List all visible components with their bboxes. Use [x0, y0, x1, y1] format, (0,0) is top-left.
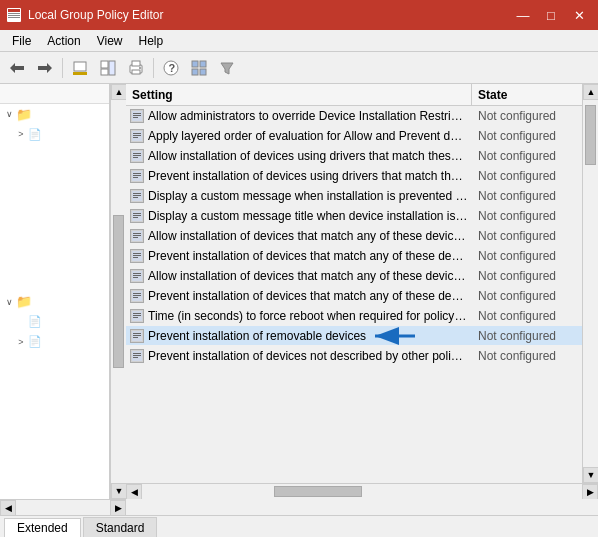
row-setting: Prevent installation of devices that mat… — [126, 289, 472, 303]
tree-scrollbar[interactable]: ▲ ▼ — [110, 84, 126, 499]
table-header: Setting State — [126, 84, 582, 106]
setting-icon — [130, 129, 144, 143]
settings-content: Setting State Allow administrators to ov… — [126, 84, 582, 483]
col-setting-header: Setting — [126, 84, 472, 105]
setting-icon — [130, 169, 144, 183]
svg-rect-3 — [8, 15, 20, 16]
svg-rect-9 — [101, 61, 108, 68]
svg-marker-6 — [38, 63, 52, 73]
setting-icon — [130, 349, 144, 363]
menu-file[interactable]: File — [4, 32, 39, 50]
title-bar: Local Group Policy Editor — □ ✕ — [0, 0, 598, 30]
row-setting: Allow installation of devices that match… — [126, 229, 472, 243]
maximize-button[interactable]: □ — [538, 4, 564, 26]
close-button[interactable]: ✕ — [566, 4, 592, 26]
view-button[interactable] — [186, 55, 212, 81]
table-row[interactable]: Allow installation of devices that match… — [126, 226, 582, 246]
h-scroll-thumb[interactable] — [274, 486, 362, 497]
settings-scroll-track[interactable] — [583, 100, 598, 467]
tree-h-right[interactable]: ▶ — [110, 500, 126, 516]
row-state: Not configured — [472, 169, 582, 183]
table-row[interactable]: Display a custom message when installati… — [126, 186, 582, 206]
folder-icon-5: 📄 — [28, 335, 42, 348]
forward-button[interactable] — [32, 55, 58, 81]
back-button[interactable] — [4, 55, 30, 81]
setting-icon — [130, 289, 144, 303]
settings-scroll-up[interactable]: ▲ — [583, 84, 598, 100]
svg-rect-24 — [133, 113, 141, 114]
table-row[interactable]: Display a custom message title when devi… — [126, 206, 582, 226]
table-row[interactable]: Allow installation of devices using driv… — [126, 146, 582, 166]
h-scroll-left[interactable]: ◀ — [126, 484, 142, 500]
tree-node-3[interactable]: ∨ 📁 — [0, 292, 109, 312]
minimize-button[interactable]: — — [510, 4, 536, 26]
table-row[interactable]: Prevent installation of devices not desc… — [126, 346, 582, 366]
row-state: Not configured — [472, 229, 582, 243]
tree-h-track[interactable] — [16, 500, 110, 515]
tree-node-2[interactable]: > 📄 — [0, 124, 109, 144]
svg-rect-74 — [133, 353, 141, 354]
svg-rect-18 — [192, 61, 198, 67]
table-row[interactable]: Allow installation of devices that match… — [126, 266, 582, 286]
svg-rect-7 — [74, 62, 86, 71]
settings-scrollbar[interactable]: ▲ ▼ — [582, 84, 598, 483]
setting-icon — [130, 109, 144, 123]
tree-scroll-down[interactable]: ▼ — [111, 483, 127, 499]
svg-rect-45 — [133, 215, 141, 216]
table-row[interactable]: Prevent installation of removable device… — [126, 326, 582, 346]
svg-rect-44 — [133, 213, 141, 214]
tree-node-4[interactable]: 📄 — [0, 312, 109, 332]
table-row[interactable]: Allow administrators to override Device … — [126, 106, 582, 126]
tab-extended[interactable]: Extended — [4, 518, 81, 537]
svg-rect-56 — [133, 273, 141, 274]
filter-button[interactable] — [214, 55, 240, 81]
table-row[interactable]: Time (in seconds) to force reboot when r… — [126, 306, 582, 326]
h-scrollbar[interactable]: ◀ ▶ — [126, 483, 598, 499]
svg-rect-28 — [133, 133, 141, 134]
svg-rect-75 — [133, 355, 141, 356]
print-button[interactable] — [123, 55, 149, 81]
svg-rect-69 — [133, 335, 141, 336]
tree-arrow-2: > — [16, 129, 26, 139]
svg-rect-34 — [133, 157, 138, 158]
row-state: Not configured — [472, 109, 582, 123]
table-row[interactable]: Prevent installation of devices that mat… — [126, 286, 582, 306]
row-state: Not configured — [472, 149, 582, 163]
settings-scroll-down[interactable]: ▼ — [583, 467, 598, 483]
tree-h-scrollbar[interactable]: ◀ ▶ — [0, 499, 126, 515]
tab-standard[interactable]: Standard — [83, 517, 158, 537]
tree-node-5[interactable]: > 📄 — [0, 332, 109, 352]
menu-action[interactable]: Action — [39, 32, 88, 50]
row-state: Not configured — [472, 129, 582, 143]
tree-node-1[interactable]: ∨ 📁 — [0, 104, 109, 124]
help-button[interactable]: ? — [158, 55, 184, 81]
up-button[interactable] — [67, 55, 93, 81]
h-scroll-track[interactable] — [142, 484, 582, 499]
row-setting-text: Allow installation of devices using driv… — [148, 149, 468, 163]
table-row[interactable]: Apply layered order of evaluation for Al… — [126, 126, 582, 146]
tree-panel: ∨ 📁 > 📄 ∨ 📁 📄 > 📄 — [0, 84, 110, 499]
table-row[interactable]: Prevent installation of devices using dr… — [126, 166, 582, 186]
menu-view[interactable]: View — [89, 32, 131, 50]
row-setting: Allow installation of devices using driv… — [126, 149, 472, 163]
row-setting-text: Time (in seconds) to force reboot when r… — [148, 309, 468, 323]
tree-h-left[interactable]: ◀ — [0, 500, 16, 516]
svg-rect-19 — [200, 61, 206, 67]
svg-rect-68 — [133, 333, 141, 334]
settings-scroll-thumb[interactable] — [585, 105, 596, 165]
setting-icon — [130, 149, 144, 163]
content-area: ∨ 📁 > 📄 ∨ 📁 📄 > 📄 ▲ — [0, 84, 598, 537]
tree-arrow-3: ∨ — [4, 297, 14, 307]
svg-point-15 — [139, 67, 141, 69]
h-scroll-right[interactable]: ▶ — [582, 484, 598, 500]
middle-row: ∨ 📁 > 📄 ∨ 📁 📄 > 📄 ▲ — [0, 84, 598, 499]
svg-rect-21 — [200, 69, 206, 75]
show-hide-button[interactable] — [95, 55, 121, 81]
setting-icon — [130, 269, 144, 283]
setting-icon — [130, 329, 144, 343]
tree-scroll-up[interactable]: ▲ — [111, 84, 127, 100]
row-state: Not configured — [472, 309, 582, 323]
svg-rect-49 — [133, 235, 141, 236]
table-row[interactable]: Prevent installation of devices that mat… — [126, 246, 582, 266]
menu-help[interactable]: Help — [131, 32, 172, 50]
